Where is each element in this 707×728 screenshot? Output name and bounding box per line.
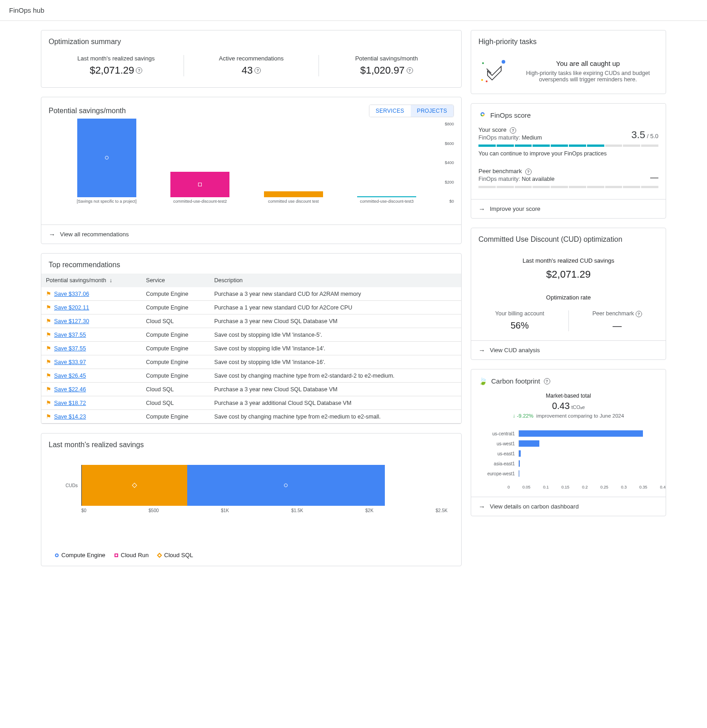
savings-link[interactable]: Save $14.23 — [54, 414, 86, 420]
gcloud-icon — [478, 111, 487, 119]
table-row: ⚑Save $202.11 Compute Engine Purchase a … — [41, 301, 461, 314]
page-title: FinOps hub — [0, 0, 707, 21]
projects-toggle[interactable]: PROJECTS — [411, 105, 453, 117]
realized-savings-chart: CUDs $0$500$1K$1.5K$2K$2.5K — [41, 454, 461, 544]
description-cell: Save cost by changing machine type from … — [210, 410, 461, 424]
score-note: You can continue to improve your FinOps … — [478, 150, 658, 157]
carbon-bar-row[interactable]: asia-east1 — [482, 459, 655, 469]
caught-up-icon — [478, 60, 510, 85]
view-carbon-dashboard-link[interactable]: View details on carbon dashboard — [471, 497, 666, 516]
top-recommendations-title: Top recommendations — [41, 254, 461, 274]
view-carbon-label: View details on carbon dashboard — [490, 503, 579, 510]
savings-link[interactable]: Save $22.46 — [54, 386, 86, 393]
help-icon[interactable] — [407, 67, 413, 74]
table-row: ⚑Save $14.23 Compute Engine Save cost by… — [41, 410, 461, 424]
finops-score-value: 3.5 — [631, 129, 645, 140]
legend-compute-engine: Compute Engine — [55, 552, 105, 558]
help-icon[interactable] — [510, 127, 516, 134]
cud-realized-label: Last month's realized CUD savings — [471, 257, 666, 264]
summary-value: $1,020.97 — [360, 65, 413, 76]
caught-up-headline: You are all caught up — [518, 60, 658, 67]
flag-icon: ⚑ — [46, 386, 51, 393]
service-cell: Compute Engine — [141, 342, 209, 355]
description-cell: Purchase a 1 year new standard CUD for A… — [210, 301, 461, 314]
flag-icon: ⚑ — [46, 304, 51, 311]
potential-savings-chart: $800$600$400$200$0 [Savings not specific… — [49, 122, 454, 217]
leaf-icon: 🍃 — [478, 377, 488, 385]
savings-link[interactable]: Save $26.45 — [54, 373, 86, 379]
recommendations-table: Potential savings/month ↓ Service Descri… — [41, 274, 461, 424]
summary-value: 43 — [242, 65, 261, 76]
realized-savings-card: Last month's realized savings CUDs $0$50… — [41, 433, 462, 566]
table-row: ⚑Save $33.97 Compute Engine Save cost by… — [41, 355, 461, 369]
carbon-total-value: 0.43 — [552, 401, 570, 411]
view-all-recommendations-label: View all recommendations — [60, 231, 129, 238]
caught-up-subtext: High-priority tasks like expiring CUDs a… — [518, 70, 658, 83]
description-cell: Save cost by stopping Idle VM 'instance-… — [210, 328, 461, 342]
carbon-bar-row[interactable]: us-west1 — [482, 439, 655, 449]
savings-link[interactable]: Save $37.55 — [54, 332, 86, 338]
flag-icon: ⚑ — [46, 345, 51, 352]
savings-link[interactable]: Save $202.11 — [54, 304, 89, 311]
svg-point-1 — [502, 60, 505, 64]
service-cell: Compute Engine — [141, 369, 209, 383]
flag-icon: ⚑ — [46, 373, 51, 379]
top-recommendations-card: Top recommendations Potential savings/mo… — [41, 253, 462, 424]
savings-link[interactable]: Save $37.55 — [54, 345, 86, 352]
services-toggle[interactable]: SERVICES — [369, 105, 411, 117]
cud-peer-label: Peer benchmark — [573, 310, 662, 317]
flag-icon: ⚑ — [46, 318, 51, 324]
cuds-bar-label: CUDs — [64, 483, 78, 488]
peer-score-value: — — [650, 173, 658, 182]
your-account-label: Your billing account — [476, 310, 564, 317]
peer-benchmark-label: Peer benchmark — [478, 168, 522, 175]
carbon-footprint-card: 🍃 Carbon footprint Market-based total 0.… — [471, 369, 666, 516]
view-cud-analysis-link[interactable]: View CUD analysis — [471, 340, 666, 359]
help-icon[interactable] — [136, 67, 142, 74]
flag-icon: ⚑ — [46, 332, 51, 338]
col-service[interactable]: Service — [141, 274, 209, 287]
optimization-summary-card: Optimization summary Last month's realiz… — [41, 30, 462, 88]
stacked-segment[interactable] — [82, 465, 187, 506]
bar-group[interactable]: committed use discount test — [254, 191, 334, 204]
savings-link[interactable]: Save $127.30 — [54, 318, 89, 324]
stacked-segment[interactable] — [187, 465, 385, 506]
savings-link[interactable]: Save $18.72 — [54, 400, 86, 406]
improve-score-label: Improve your score — [490, 205, 540, 212]
col-savings[interactable]: Potential savings/month ↓ — [41, 274, 141, 287]
table-row: ⚑Save $37.55 Compute Engine Save cost by… — [41, 342, 461, 355]
help-icon[interactable] — [544, 378, 550, 384]
view-all-recommendations-link[interactable]: View all recommendations — [41, 224, 461, 244]
description-cell: Purchase a 3 year additional Cloud SQL D… — [210, 396, 461, 410]
bar-group[interactable]: committed-use-discount-test2 — [160, 172, 240, 204]
service-cell: Compute Engine — [141, 287, 209, 301]
description-cell: Save cost by stopping Idle VM 'instance-… — [210, 342, 461, 355]
help-icon[interactable] — [636, 311, 642, 317]
cud-title: Committed Use Discount (CUD) optimizatio… — [471, 228, 666, 248]
service-cell: Cloud SQL — [141, 314, 209, 328]
improve-score-link[interactable]: Improve your score — [471, 199, 666, 218]
maturity-peer: FinOps maturity: Not available — [478, 176, 554, 182]
col-description[interactable]: Description — [210, 274, 461, 287]
carbon-bar-row[interactable]: europe-west1 — [482, 469, 655, 479]
table-row: ⚑Save $18.72 Cloud SQL Purchase a 3 year… — [41, 396, 461, 410]
bar-group[interactable]: [Savings not specific to a project] — [67, 119, 147, 204]
optimization-summary-title: Optimization summary — [41, 30, 461, 50]
carbon-bar-row[interactable]: us-central1 — [482, 429, 655, 439]
table-row: ⚑Save $26.45 Compute Engine Save cost by… — [41, 369, 461, 383]
arrow-icon — [478, 346, 485, 354]
description-cell: Purchase a 3 year new Cloud SQL Database… — [210, 383, 461, 396]
help-icon[interactable] — [254, 67, 261, 74]
service-cell: Cloud SQL — [141, 396, 209, 410]
bar-group[interactable]: committed-use-discount-test3 — [347, 196, 427, 204]
svg-point-0 — [482, 62, 484, 64]
savings-link[interactable]: Save $337.06 — [54, 291, 89, 297]
carbon-title: Carbon footprint — [491, 377, 540, 385]
view-toggle-group: SERVICES PROJECTS — [369, 105, 454, 117]
carbon-bar-row[interactable]: us-east1 — [482, 449, 655, 459]
svg-point-2 — [481, 79, 483, 81]
summary-item: Last month's realized savings $2,071.29 — [49, 55, 184, 76]
help-icon[interactable] — [525, 169, 532, 175]
savings-link[interactable]: Save $33.97 — [54, 359, 86, 365]
your-account-value: 56% — [476, 320, 564, 331]
